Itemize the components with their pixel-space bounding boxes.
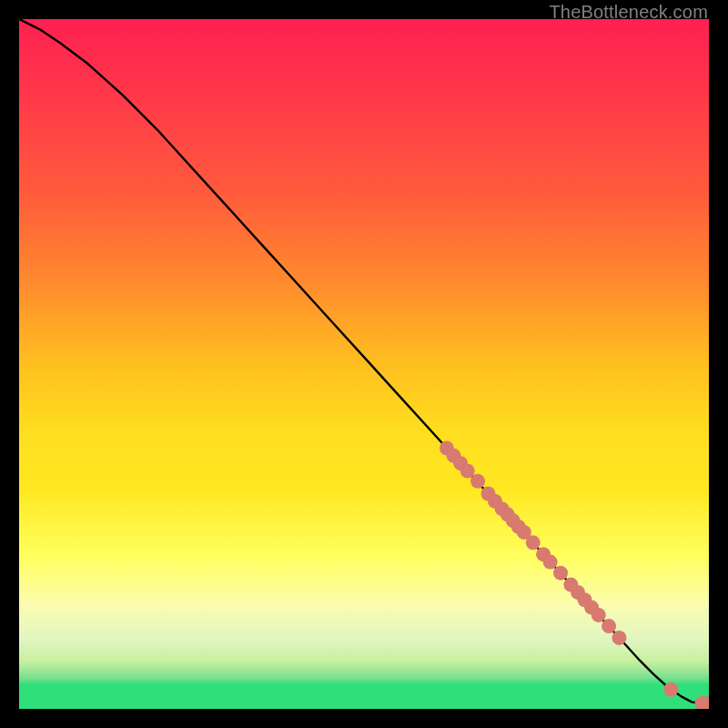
chart-plot-layer: [19, 19, 709, 709]
curve-marker: [470, 474, 485, 489]
curve-markers: [440, 440, 709, 709]
bottleneck-curve: [19, 19, 709, 703]
curve-marker: [602, 619, 616, 633]
curve-marker: [663, 682, 678, 697]
curve-marker: [553, 566, 568, 581]
curve-marker: [543, 555, 558, 570]
curve-marker: [526, 535, 541, 550]
chart-frame: [19, 19, 709, 709]
curve-marker: [460, 463, 475, 478]
curve-marker: [612, 631, 626, 645]
curve-marker: [592, 608, 606, 622]
